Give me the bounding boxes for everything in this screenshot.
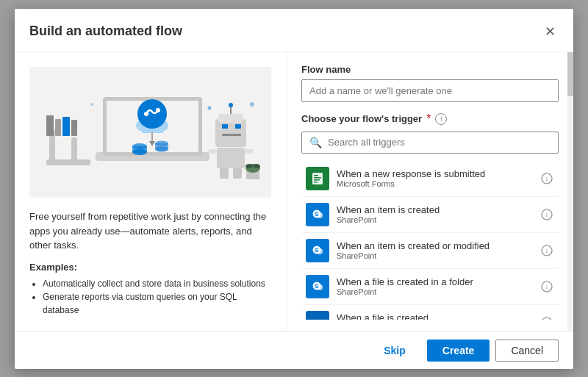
svg-rect-29 xyxy=(222,134,241,136)
svg-rect-34 xyxy=(233,168,242,179)
svg-rect-31 xyxy=(208,149,217,154)
trigger-label: Choose your flow's trigger xyxy=(301,113,422,124)
svg-point-18 xyxy=(132,149,147,155)
right-panel: Flow name Choose your flow's trigger * i… xyxy=(287,52,573,331)
info-circle-icon-4: i xyxy=(541,281,553,292)
trigger-item-od[interactable]: When a file is created OneDrive for Busi… xyxy=(301,305,559,320)
info-circle-icon-3: i xyxy=(541,245,553,256)
trigger-item-sp3[interactable]: S When a file is created in a folder Sha… xyxy=(301,269,559,305)
svg-text:i: i xyxy=(546,248,548,255)
svg-text:S: S xyxy=(315,211,319,218)
dialog-header: Build an automated flow ✕ xyxy=(15,9,573,52)
trigger-name-od: When a file is created xyxy=(337,312,532,320)
trigger-item-sp2[interactable]: S When an item is created or modified Sh… xyxy=(301,233,559,269)
trigger-name-forms: When a new response is submitted xyxy=(337,168,532,179)
svg-point-39 xyxy=(90,103,93,106)
left-panel: Free yourself from repetitive work just … xyxy=(15,52,287,331)
info-circle-icon-5: i xyxy=(541,317,553,320)
dialog-body: Free yourself from repetitive work just … xyxy=(15,52,573,331)
svg-rect-47 xyxy=(314,179,320,181)
examples-title: Examples: xyxy=(29,262,271,273)
svg-rect-25 xyxy=(215,119,246,147)
svg-rect-27 xyxy=(222,124,228,129)
trigger-app-sp3: SharePoint xyxy=(337,287,532,296)
close-button[interactable]: ✕ xyxy=(542,21,559,43)
trigger-icon-forms xyxy=(306,167,329,190)
svg-point-42 xyxy=(245,164,253,168)
search-box[interactable]: 🔍 xyxy=(301,132,559,154)
svg-rect-45 xyxy=(314,175,318,176)
trigger-info-icon[interactable]: i xyxy=(435,113,447,125)
required-star: * xyxy=(426,112,431,126)
svg-rect-6 xyxy=(71,120,77,136)
svg-rect-5 xyxy=(62,117,70,136)
trigger-icon-sp1: S xyxy=(306,203,329,226)
trigger-app-forms: Microsoft Forms xyxy=(337,179,532,188)
svg-point-43 xyxy=(253,164,260,168)
skip-button[interactable]: Skip xyxy=(368,340,421,362)
scrollbar-thumb[interactable] xyxy=(567,52,573,96)
svg-point-23 xyxy=(144,112,148,116)
svg-text:i: i xyxy=(546,176,548,183)
svg-rect-33 xyxy=(220,168,229,179)
trigger-item-forms[interactable]: When a new response is submitted Microso… xyxy=(301,161,559,197)
trigger-info-sp3[interactable]: i xyxy=(539,279,554,294)
triggers-list: When a new response is submitted Microso… xyxy=(301,161,559,320)
info-circle-icon-2: i xyxy=(541,209,553,220)
trigger-name-sp2: When an item is created or modified xyxy=(337,240,532,251)
trigger-text-forms: When a new response is submitted Microso… xyxy=(337,168,532,188)
trigger-name-sp3: When a file is created in a folder xyxy=(337,276,532,287)
trigger-icon-od xyxy=(306,311,329,320)
illustration-svg xyxy=(33,67,268,198)
dialog-overlay: Build an automated flow ✕ xyxy=(0,0,588,377)
trigger-label-row: Choose your flow's trigger * i xyxy=(301,112,559,126)
svg-point-22 xyxy=(137,99,167,129)
svg-text:i: i xyxy=(546,284,548,291)
flow-name-label: Flow name xyxy=(301,64,559,75)
svg-rect-4 xyxy=(55,119,61,136)
trigger-info-sp1[interactable]: i xyxy=(539,207,554,222)
trigger-info-od[interactable]: i xyxy=(539,315,554,320)
trigger-text-od: When a file is created OneDrive for Busi… xyxy=(337,312,532,320)
svg-text:S: S xyxy=(315,283,319,290)
svg-point-37 xyxy=(207,107,211,110)
svg-rect-2 xyxy=(71,137,77,161)
trigger-icon-sp2: S xyxy=(306,239,329,262)
svg-rect-3 xyxy=(46,115,54,136)
forms-icon xyxy=(310,171,325,186)
svg-rect-28 xyxy=(235,124,241,129)
info-circle-icon: i xyxy=(541,173,553,184)
sharepoint-icon-2: S xyxy=(310,243,325,258)
trigger-app-sp1: SharePoint xyxy=(337,215,532,224)
trigger-name-sp1: When an item is created xyxy=(337,204,532,215)
svg-text:S: S xyxy=(315,247,319,254)
flow-name-input[interactable] xyxy=(301,79,559,102)
dialog-footer: Skip Create Cancel xyxy=(15,331,573,369)
trigger-item-sp1[interactable]: S When an item is created SharePoint i xyxy=(301,197,559,233)
trigger-text-sp3: When a file is created in a folder Share… xyxy=(337,276,532,296)
svg-rect-32 xyxy=(245,149,254,154)
svg-point-38 xyxy=(250,102,254,107)
trigger-info-forms[interactable]: i xyxy=(539,171,554,186)
trigger-info-sp2[interactable]: i xyxy=(539,243,554,258)
examples-list: Automatically collect and store data in … xyxy=(29,277,271,317)
cancel-button[interactable]: Cancel xyxy=(495,340,559,362)
scrollbar-track xyxy=(567,52,573,331)
sharepoint-icon-1: S xyxy=(310,207,325,222)
svg-rect-44 xyxy=(312,173,323,184)
svg-point-21 xyxy=(155,147,168,152)
svg-rect-30 xyxy=(217,148,245,168)
trigger-text-sp2: When an item is created or modified Shar… xyxy=(337,240,532,260)
trigger-text-sp1: When an item is created SharePoint xyxy=(337,204,532,224)
illustration xyxy=(29,67,271,198)
svg-point-36 xyxy=(229,103,233,107)
example-item-1: Automatically collect and store data in … xyxy=(43,277,271,290)
dialog-title: Build an automated flow xyxy=(29,24,182,39)
search-triggers-input[interactable] xyxy=(328,137,551,148)
create-button[interactable]: Create xyxy=(427,340,490,362)
sharepoint-icon-3: S xyxy=(310,279,325,294)
svg-text:i: i xyxy=(546,212,548,219)
trigger-app-sp2: SharePoint xyxy=(337,251,532,260)
trigger-icon-sp3: S xyxy=(306,275,329,298)
onedrive-icon xyxy=(309,315,326,320)
